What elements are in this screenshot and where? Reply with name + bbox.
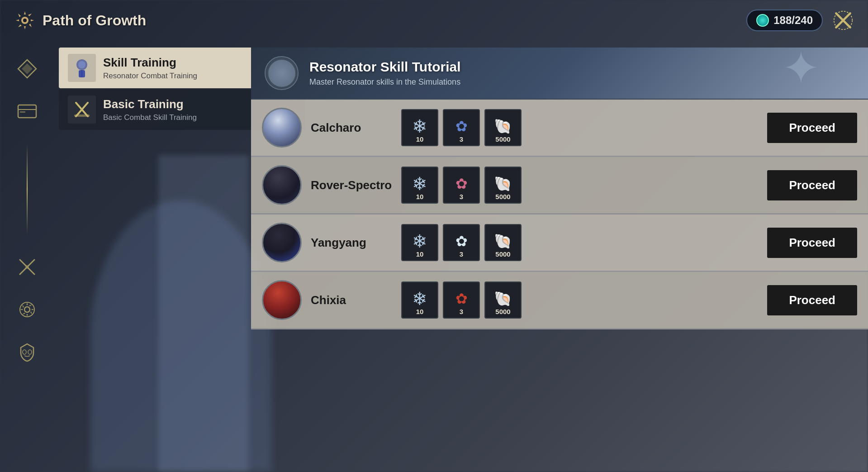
char-avatar-inner xyxy=(263,167,300,204)
reward-icon-shell: 🐚 xyxy=(489,286,517,311)
reward-icon-snowflake: ❄ xyxy=(406,229,433,253)
header-char-icon xyxy=(265,56,299,90)
proceed-button-chixia[interactable]: Proceed xyxy=(767,285,857,315)
header-decoration: ✦ xyxy=(768,48,859,99)
reward-icon-flower-white: ✿ xyxy=(448,229,475,253)
page-title: Path of Growth xyxy=(43,12,146,29)
reward-count: 10 xyxy=(416,250,424,258)
path-of-growth-icon xyxy=(14,9,36,32)
reward-count: 3 xyxy=(460,193,463,200)
char-avatar-inner xyxy=(263,109,300,146)
reward-icon-flower-pink: ✿ xyxy=(448,171,475,196)
proceed-button-rover-spectro[interactable]: Proceed xyxy=(767,170,857,200)
sidebar-item-settings[interactable] xyxy=(13,295,42,324)
reward-icon-shell: 🐚 xyxy=(489,114,517,138)
reward-item-snowflake: ❄ 10 xyxy=(401,167,438,204)
char-avatar-yangyang xyxy=(262,223,302,262)
sidebar-item-cross-swords[interactable] xyxy=(13,253,42,281)
char-avatar-calcharo xyxy=(262,108,302,148)
reward-item-snowflake: ❄ 10 xyxy=(401,109,438,146)
close-button[interactable] xyxy=(832,9,854,32)
basic-training-title: Basic Training xyxy=(103,97,197,111)
reward-item-flower-blue: ✿ 3 xyxy=(443,109,480,146)
char-rewards-yangyang: ❄ 10 ✿ 3 🐚 5000 xyxy=(401,224,758,261)
svg-point-16 xyxy=(28,350,32,354)
char-avatar-inner xyxy=(263,224,300,261)
reward-item-snowflake: ❄ 10 xyxy=(401,224,438,261)
basic-training-subtitle: Basic Combat Skill Training xyxy=(103,113,197,122)
character-row-chixia: Chixia ❄ 10 ✿ 3 🐚 5000 Proceed xyxy=(251,272,868,329)
skill-training-subtitle: Resonator Combat Training xyxy=(103,72,197,81)
currency-badge: 188/240 xyxy=(746,10,823,31)
reward-count: 10 xyxy=(416,308,424,315)
reward-item-shell: 🐚 5000 xyxy=(484,167,522,204)
reward-count: 3 xyxy=(460,250,463,258)
svg-point-1 xyxy=(23,19,27,22)
reward-count: 10 xyxy=(416,193,424,200)
reward-count: 3 xyxy=(460,135,463,143)
svg-point-12 xyxy=(25,265,29,269)
reward-item-flower-white: ✿ 3 xyxy=(443,224,480,261)
skill-training-text: Skill Training Resonator Combat Training xyxy=(103,56,197,81)
reward-icon-snowflake: ❄ xyxy=(406,114,433,138)
sidebar-item-diamond[interactable] xyxy=(13,54,42,83)
char-name-chixia: Chixia xyxy=(311,293,392,307)
svg-point-18 xyxy=(78,61,85,68)
char-rewards-rover-spectro: ❄ 10 ✿ 3 🐚 5000 xyxy=(401,167,758,204)
reward-count: 5000 xyxy=(495,250,510,258)
content-header: Resonator Skill Tutorial Master Resonato… xyxy=(251,48,868,100)
character-row-calcharo: Calcharo ❄ 10 ✿ 3 🐚 5000 Proceed xyxy=(251,100,868,157)
reward-icon-shell: 🐚 xyxy=(489,171,517,196)
gem-icon xyxy=(756,14,769,27)
char-name-yangyang: Yangyang xyxy=(311,236,392,250)
reward-count: 5000 xyxy=(495,308,510,315)
reward-item-shell: 🐚 5000 xyxy=(484,281,522,319)
char-name-calcharo: Calcharo xyxy=(311,121,392,135)
sidebar xyxy=(0,41,54,448)
char-rewards-chixia: ❄ 10 ✿ 3 🐚 5000 xyxy=(401,281,758,319)
reward-item-flower-red: ✿ 3 xyxy=(443,281,480,319)
sidebar-item-mask[interactable] xyxy=(13,338,42,367)
character-list: Calcharo ❄ 10 ✿ 3 🐚 5000 Proceed xyxy=(251,100,868,472)
skill-training-title: Skill Training xyxy=(103,56,197,70)
skill-training-icon-box xyxy=(68,54,96,82)
reward-icon-shell: 🐚 xyxy=(489,229,517,253)
svg-marker-6 xyxy=(22,63,33,74)
reward-item-flower-pink: ✿ 3 xyxy=(443,167,480,204)
currency-display: 188/240 xyxy=(773,14,813,27)
snowflake-decoration: ✦ xyxy=(782,48,845,100)
reward-item-snowflake: ❄ 10 xyxy=(401,281,438,319)
reward-count: 3 xyxy=(460,308,463,315)
reward-icon-snowflake: ❄ xyxy=(406,171,433,196)
svg-point-13 xyxy=(24,307,30,312)
char-rewards-calcharo: ❄ 10 ✿ 3 🐚 5000 xyxy=(401,109,758,146)
basic-training-text: Basic Training Basic Combat Skill Traini… xyxy=(103,97,197,122)
char-name-rover-spectro: Rover-Spectro xyxy=(311,178,392,192)
top-right: 188/240 xyxy=(746,9,854,32)
char-avatar-rover-spectro xyxy=(262,165,302,205)
character-row-yangyang: Yangyang ❄ 10 ✿ 3 🐚 5000 Proceed xyxy=(251,215,868,272)
proceed-button-yangyang[interactable]: Proceed xyxy=(767,228,857,258)
top-left: Path of Growth xyxy=(14,9,146,32)
char-avatar-chixia xyxy=(262,280,302,320)
svg-rect-23 xyxy=(74,114,90,117)
reward-count: 10 xyxy=(416,135,424,143)
basic-training-icon-box xyxy=(68,95,96,124)
reward-icon-snowflake: ❄ xyxy=(406,286,433,311)
svg-point-15 xyxy=(23,350,26,354)
reward-count: 5000 xyxy=(495,193,510,200)
main-content: Resonator Skill Tutorial Master Resonato… xyxy=(251,48,868,472)
sidebar-divider xyxy=(27,144,28,234)
sidebar-item-card[interactable] xyxy=(13,97,42,126)
char-avatar-inner xyxy=(263,281,300,319)
reward-icon-flower-red: ✿ xyxy=(448,286,475,311)
svg-rect-9 xyxy=(20,111,25,113)
reward-count: 5000 xyxy=(495,135,510,143)
reward-item-shell: 🐚 5000 xyxy=(484,224,522,261)
proceed-button-calcharo[interactable]: Proceed xyxy=(767,113,857,143)
header-silhouette xyxy=(268,60,295,87)
top-bar: Path of Growth 188/240 xyxy=(0,0,868,41)
character-row-rover-spectro: Rover-Spectro ❄ 10 ✿ 3 🐚 5000 Proceed xyxy=(251,157,868,215)
reward-icon-flower-blue: ✿ xyxy=(448,114,475,138)
reward-item-shell: 🐚 5000 xyxy=(484,109,522,146)
